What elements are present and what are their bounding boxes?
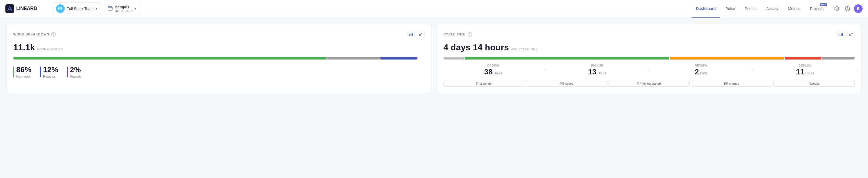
stage-review: REVIEW 2 Days ›: [651, 64, 751, 77]
svg-rect-9: [842, 33, 843, 36]
svg-rect-4: [409, 34, 410, 36]
stage-coding-hours: 38 Hours: [484, 68, 502, 76]
nav-projects[interactable]: Projects true: [806, 4, 828, 13]
user-avatar[interactable]: B: [854, 4, 863, 13]
stage-pickup-value: 13: [588, 68, 596, 76]
stage-pickup: PICKUP 13 Hours ›: [547, 64, 647, 77]
work-breakdown-expand-button[interactable]: [417, 31, 425, 38]
svg-rect-5: [411, 33, 411, 36]
svg-rect-7: [840, 34, 840, 36]
stat-rework-label: Rework: [70, 75, 81, 79]
cycle-bar-pickup: [670, 57, 784, 60]
nav-activity[interactable]: Activity: [762, 4, 782, 13]
logo: LINEARB: [5, 4, 37, 13]
review-arrow-icon: ›: [752, 67, 754, 73]
stat-rework-pct: 2%: [70, 66, 81, 73]
gear-icon: [834, 6, 839, 11]
team-avatar: FS: [56, 4, 65, 13]
work-breakdown-card: WORK BREAKDOWN ? 11.1k: [6, 24, 431, 93]
progress-rework: [380, 57, 417, 60]
beta-badge: true: [820, 3, 827, 6]
stage-review-unit: Days: [700, 71, 707, 75]
cycle-expand-icon: [849, 32, 853, 36]
avg-cycle-time-metric: 4 days 14 hours AVG CYCLE TIME: [443, 42, 855, 53]
stage-deploy-unit: Hours: [806, 71, 814, 75]
stat-new-work-bar: [13, 66, 14, 77]
question-icon: [845, 6, 850, 11]
stat-new-work-content: 86% New work: [16, 66, 31, 79]
deploy-arrow-icon: ›: [856, 67, 858, 73]
stage-review-hours: 2 Days: [695, 68, 708, 76]
cycle-time-expand-button[interactable]: [847, 31, 855, 38]
cycle-time-help-icon[interactable]: ?: [468, 32, 472, 36]
nav-metrics[interactable]: Metrics: [783, 4, 804, 13]
nav-dashboard[interactable]: Dashboard: [691, 4, 720, 13]
svg-point-3: [847, 9, 848, 10]
sprint-name: Bengals: [115, 5, 132, 9]
expand-icon: [419, 32, 423, 36]
sprint-selector[interactable]: Bengals Jun 15 - Jul 4 ▾: [104, 3, 140, 14]
pickup-arrow-icon: ›: [649, 67, 650, 73]
avg-cycle-time-value: 4 days 14 hours: [443, 42, 509, 53]
cycle-bar-deploy: [822, 57, 855, 60]
progress-new-work: [13, 57, 326, 60]
sprint-dates: Jun 15 - Jul 4: [115, 9, 132, 12]
work-breakdown-title: WORK BREAKDOWN: [13, 32, 49, 36]
milestone-labels: First commit PR issued PR review started…: [443, 81, 855, 87]
header-divider: [48, 3, 48, 14]
svg-rect-0: [5, 4, 14, 13]
breakdown-stats: 86% New work 12% Refactor 2% Rework: [13, 66, 425, 79]
stage-coding-label: CODING: [487, 64, 500, 67]
stat-new-work: 86% New work: [13, 66, 31, 79]
progress-refactor: [326, 57, 380, 60]
stage-coding-unit: Hours: [494, 71, 502, 75]
stat-refactor-bar: [40, 66, 41, 77]
milestone-pr-issued[interactable]: PR issued: [526, 81, 608, 87]
svg-rect-6: [412, 33, 413, 36]
help-button[interactable]: [843, 4, 852, 13]
milestone-pr-merged[interactable]: PR merged: [691, 81, 772, 87]
logo-text: LINEARB: [16, 6, 37, 11]
code-changes-value: 11.1k: [13, 42, 35, 53]
avg-cycle-time-label: AVG CYCLE TIME: [511, 48, 538, 51]
stat-new-work-label: New work: [16, 75, 31, 79]
header-actions: B: [832, 4, 863, 13]
sprint-chevron-icon: ▾: [135, 7, 136, 10]
stat-rework-bar: [67, 66, 68, 77]
milestone-release[interactable]: Release: [773, 81, 855, 87]
cycle-time-card: CYCLE TIME ? 4 days 14: [437, 24, 862, 93]
header: LINEARB FS Full Stack Team ▾ Bengals Jun…: [0, 0, 868, 17]
team-name: Full Stack Team: [67, 6, 94, 11]
work-breakdown-header: WORK BREAKDOWN ?: [13, 31, 425, 38]
stat-rework-content: 2% Rework: [70, 66, 81, 79]
code-changes-metric: 11.1k CODE CHANGES: [13, 42, 425, 53]
code-changes-label: CODE CHANGES: [37, 48, 63, 51]
stage-review-label: REVIEW: [695, 64, 707, 67]
work-breakdown-chart-button[interactable]: [407, 31, 415, 38]
coding-arrow-icon: ›: [545, 67, 546, 73]
milestone-pr-review-started[interactable]: PR review started: [609, 81, 690, 87]
work-breakdown-help-icon[interactable]: ?: [52, 32, 56, 36]
cycle-stages: CODING 38 Hours › PICKUP 13 Hours › REVI…: [443, 64, 855, 77]
nav-people[interactable]: People: [740, 4, 761, 13]
stat-refactor-label: Refactor: [43, 75, 58, 79]
stage-coding-value: 38: [484, 68, 492, 76]
cycle-time-bar: [443, 57, 855, 60]
stage-coding: CODING 38 Hours ›: [443, 64, 543, 77]
bar-chart-icon: [409, 32, 413, 36]
stage-deploy-value: 11: [796, 68, 804, 76]
settings-button[interactable]: [832, 4, 841, 13]
milestone-first-commit[interactable]: First commit: [443, 81, 525, 87]
cycle-time-chart-button[interactable]: [837, 31, 845, 38]
stage-pickup-label: PICKUP: [591, 64, 603, 67]
team-selector[interactable]: FS Full Stack Team ▾: [53, 2, 101, 15]
stat-new-work-pct: 86%: [16, 66, 31, 73]
cycle-bar-chart-icon: [839, 32, 843, 36]
cycle-time-actions: [837, 31, 855, 38]
main-content: WORK BREAKDOWN ? 11.1k: [0, 17, 868, 100]
stage-deploy-hours: 11 Hours: [796, 68, 814, 76]
card-title-area: WORK BREAKDOWN ?: [13, 32, 56, 36]
stage-review-value: 2: [695, 68, 699, 76]
nav-pulse[interactable]: Pulse: [721, 4, 739, 13]
stage-pickup-unit: Hours: [598, 71, 607, 75]
